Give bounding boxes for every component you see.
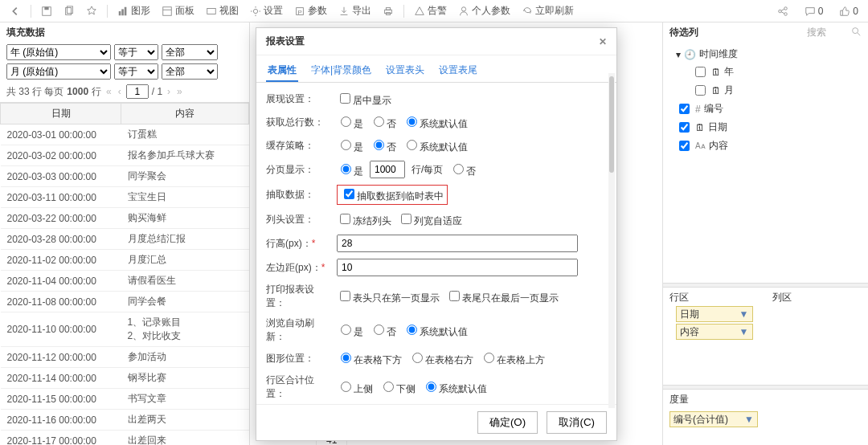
- tree-item[interactable]: 🗓日期: [676, 118, 855, 137]
- table-row[interactable]: 2020-11-14 00:00:00钢琴比赛: [1, 368, 249, 389]
- tree-item[interactable]: #编号: [676, 100, 855, 118]
- calendar-icon: 🗓: [695, 122, 705, 133]
- copy-icon[interactable]: [59, 4, 80, 18]
- pager: 共 33 行 每页 1000 行 « ‹ / 1 › »: [0, 81, 249, 102]
- filter-row-0: 年 (原始值) 等于 全部: [0, 43, 249, 62]
- star-icon[interactable]: [81, 4, 102, 18]
- tb-user-params[interactable]: 个人参数: [453, 2, 515, 19]
- filter-val-0[interactable]: 全部: [162, 44, 218, 60]
- pager-total: 共 33 行 每页: [6, 85, 63, 99]
- modal-body: 展现设置： 居中显示 获取总行数： 是 否 系统默认值 缓存策略： 是 否 系统…: [256, 83, 616, 404]
- tree-item[interactable]: 🗓年: [676, 63, 855, 81]
- pager-last-icon[interactable]: »: [175, 86, 184, 97]
- scrollbar[interactable]: [608, 73, 615, 408]
- extract-checkbox[interactable]: [344, 189, 354, 199]
- table-row[interactable]: 2020-11-15 00:00:00书写文章: [1, 389, 249, 410]
- top-toolbar: 图形 面板 视图 设置 P参数 导出 告警 个人参数 立即刷新 0 0: [0, 0, 868, 22]
- tb-print-icon[interactable]: [378, 4, 399, 18]
- close-icon[interactable]: ✕: [599, 36, 607, 47]
- filter-field-1[interactable]: 月 (原始值): [6, 63, 111, 80]
- table-row[interactable]: 2020-03-02 00:00:00报名参加乒乓球大赛: [1, 145, 249, 166]
- pager-page-input[interactable]: [126, 84, 149, 99]
- page-size-input[interactable]: [370, 161, 405, 178]
- share-icon[interactable]: [772, 4, 793, 18]
- back-icon[interactable]: [5, 4, 26, 18]
- tree-root[interactable]: ▾🕘时间维度: [676, 46, 855, 63]
- right-panel: 待选列 搜索 ▾🕘时间维度 🗓年 🗓月 #编号 🗓日期 Aᴀ内容 行区 日期▼ …: [662, 22, 868, 445]
- chevron-down-icon: ▾: [676, 49, 681, 60]
- table-row[interactable]: 2020-11-10 00:00:001、记录账目 2、对比收支: [1, 312, 249, 347]
- tb-alert[interactable]: 告警: [409, 2, 452, 19]
- col-date[interactable]: 日期: [1, 104, 121, 125]
- filter-op-0[interactable]: 等于: [114, 44, 158, 60]
- checkbox-content[interactable]: [679, 141, 690, 151]
- search-icon[interactable]: [850, 26, 862, 39]
- save-icon[interactable]: [36, 4, 57, 18]
- table-row[interactable]: 2020-03-01 00:00:00订蛋糕: [1, 125, 249, 145]
- filter-val-1[interactable]: 全部: [162, 63, 218, 80]
- tree-item[interactable]: 🗓月: [676, 81, 855, 100]
- table-row[interactable]: 2020-03-22 00:00:00购买海鲜: [1, 208, 249, 229]
- table-row[interactable]: 2020-03-11 00:00:00宝宝生日: [1, 187, 249, 208]
- row-area-label: 行区: [669, 291, 760, 304]
- filter-field-0[interactable]: 年 (原始值): [6, 44, 111, 60]
- table-row[interactable]: 2020-11-16 00:00:00出差两天: [1, 410, 249, 431]
- svg-rect-5: [121, 9, 124, 15]
- ok-button[interactable]: 确定(O): [477, 411, 538, 434]
- tb-panel[interactable]: 面板: [157, 2, 199, 19]
- like-icon[interactable]: 0: [834, 4, 863, 18]
- extract-highlight: 抽取数据到临时表中: [337, 185, 448, 205]
- filter-row-1: 月 (原始值) 等于 全部: [0, 62, 249, 81]
- pager-next-icon[interactable]: ›: [166, 86, 172, 97]
- svg-rect-7: [163, 6, 172, 15]
- tb-view[interactable]: 视图: [201, 2, 244, 19]
- modal-tabs: 表属性 字体|背景颜色 设置表头 设置表尾: [256, 55, 616, 83]
- left-header: 填充数据: [0, 22, 249, 43]
- checkbox-date[interactable]: [679, 122, 690, 133]
- table-row[interactable]: 2020-11-08 00:00:00同学会餐: [1, 292, 249, 312]
- checkbox-month[interactable]: [695, 85, 706, 96]
- table-row[interactable]: 2020-03-03 00:00:00同学聚会: [1, 166, 249, 187]
- checkbox-id[interactable]: [679, 104, 690, 114]
- col-area-label: 列区: [772, 291, 862, 304]
- table-row[interactable]: 2020-03-28 00:00:00月度总结汇报: [1, 229, 249, 250]
- left-table: 日期 内容 2020-03-01 00:00:00订蛋糕2020-03-02 0…: [0, 102, 249, 445]
- row-area-drop2[interactable]: 内容▼: [676, 324, 753, 340]
- measure-drop[interactable]: 编号(合计值)▼: [669, 411, 758, 427]
- left-margin-input[interactable]: [337, 259, 578, 276]
- row-area-drop[interactable]: 日期▼: [676, 306, 753, 322]
- table-row[interactable]: 2020-11-04 00:00:00请假看医生: [1, 271, 249, 292]
- row-height-input[interactable]: [337, 235, 578, 252]
- left-panel: 填充数据 年 (原始值) 等于 全部 月 (原始值) 等于 全部 共 33 行 …: [0, 22, 250, 445]
- tab-footer[interactable]: 设置表尾: [437, 60, 479, 82]
- svg-rect-9: [207, 8, 216, 14]
- svg-point-18: [784, 6, 787, 10]
- table-row[interactable]: 2020-11-02 00:00:00月度汇总: [1, 250, 249, 271]
- tb-settings[interactable]: 设置: [245, 2, 288, 19]
- table-row[interactable]: 2020-11-17 00:00:00出差回来: [1, 431, 249, 446]
- checkbox-year[interactable]: [695, 67, 706, 77]
- pager-prev-icon[interactable]: ‹: [117, 86, 123, 97]
- tb-chart[interactable]: 图形: [113, 2, 155, 19]
- measure-label: 度量: [669, 393, 862, 406]
- col-content[interactable]: 内容: [121, 104, 249, 125]
- tab-header[interactable]: 设置表头: [384, 60, 426, 82]
- table-row[interactable]: 2020-11-12 00:00:00参加活动: [1, 347, 249, 368]
- tb-params[interactable]: P参数: [289, 2, 332, 19]
- comment-icon[interactable]: 0: [800, 4, 829, 18]
- cancel-button[interactable]: 取消(C): [547, 411, 607, 434]
- tree-item[interactable]: Aᴀ内容: [676, 137, 855, 155]
- tb-refresh[interactable]: 立即刷新: [517, 2, 579, 19]
- calendar-icon: 🗓: [711, 85, 721, 96]
- tab-font-bg[interactable]: 字体|背景颜色: [309, 60, 373, 82]
- tb-export[interactable]: 导出: [334, 2, 376, 19]
- svg-rect-1: [44, 6, 48, 10]
- svg-point-10: [253, 9, 257, 13]
- svg-rect-14: [386, 7, 390, 10]
- center-display-checkbox[interactable]: [340, 93, 350, 104]
- svg-text:P: P: [297, 8, 301, 15]
- tab-table-props[interactable]: 表属性: [266, 60, 298, 82]
- pager-first-icon[interactable]: «: [104, 86, 113, 97]
- filter-op-1[interactable]: 等于: [114, 63, 158, 80]
- scrollbar-thumb[interactable]: [609, 76, 614, 173]
